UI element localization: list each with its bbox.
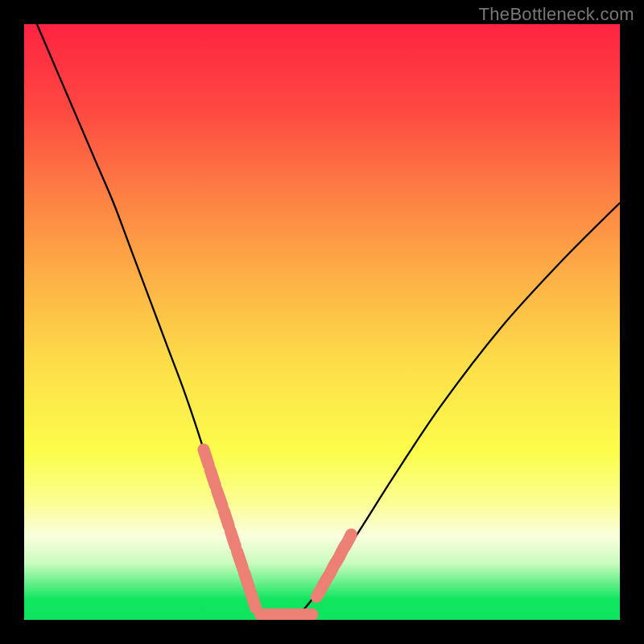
highlight-dash bbox=[224, 511, 229, 526]
highlight-dash bbox=[230, 531, 235, 547]
watermark-text: TheBottleneck.com bbox=[479, 4, 634, 25]
highlight-dash bbox=[210, 470, 215, 485]
highlight-dash bbox=[250, 592, 255, 608]
curve-layer bbox=[24, 24, 620, 620]
highlight-dash bbox=[217, 490, 222, 506]
plot-area bbox=[24, 24, 620, 620]
highlight-segments bbox=[204, 449, 351, 614]
chart-frame: TheBottleneck.com bbox=[0, 0, 644, 644]
highlight-dash bbox=[244, 572, 249, 588]
highlight-dash bbox=[204, 449, 208, 464]
highlight-dash bbox=[237, 551, 243, 568]
highlight-dash bbox=[348, 535, 351, 541]
bottleneck-curve bbox=[24, 24, 620, 619]
